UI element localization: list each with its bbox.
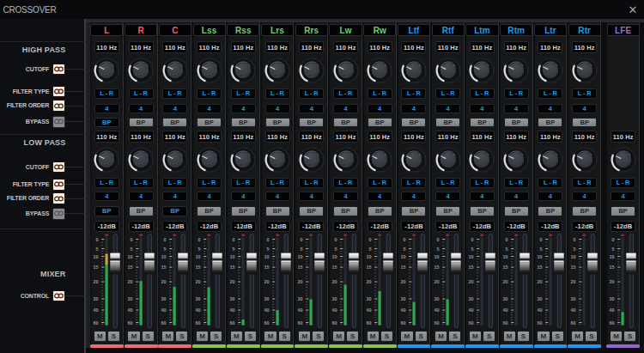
- svg-text:15: 15: [229, 265, 234, 270]
- svg-text:15: 15: [161, 265, 167, 270]
- svg-text:0: 0: [164, 237, 167, 242]
- svg-text:30: 30: [161, 296, 167, 301]
- svg-text:20: 20: [610, 279, 615, 284]
- svg-text:40: 40: [610, 307, 615, 313]
- svg-text:60: 60: [332, 320, 337, 326]
- svg-text:20: 20: [127, 279, 132, 284]
- svg-text:20: 20: [434, 279, 440, 284]
- svg-text:20: 20: [400, 279, 405, 284]
- svg-text:5: 5: [95, 246, 98, 252]
- svg-text:10: 10: [434, 254, 440, 259]
- svg-text:15: 15: [502, 265, 507, 270]
- svg-text:30: 30: [502, 296, 507, 301]
- svg-text:15: 15: [434, 265, 440, 270]
- svg-text:40: 40: [127, 307, 132, 313]
- svg-text:60: 60: [196, 320, 201, 326]
- svg-text:15: 15: [264, 265, 269, 270]
- svg-text:30: 30: [93, 296, 98, 301]
- svg-text:30: 30: [537, 296, 542, 301]
- svg-text:0: 0: [198, 237, 201, 242]
- svg-text:0: 0: [301, 237, 303, 242]
- svg-text:15: 15: [469, 265, 474, 270]
- svg-text:5: 5: [505, 246, 507, 252]
- svg-text:15: 15: [127, 265, 132, 270]
- svg-text:10: 10: [366, 254, 371, 259]
- svg-text:60: 60: [469, 320, 474, 326]
- svg-text:20: 20: [469, 279, 474, 284]
- svg-text:10: 10: [332, 254, 337, 259]
- svg-text:30: 30: [610, 296, 615, 301]
- svg-text:60: 60: [366, 320, 371, 326]
- svg-text:30: 30: [366, 296, 371, 301]
- svg-text:5: 5: [130, 246, 132, 252]
- svg-text:5: 5: [574, 246, 576, 252]
- svg-text:10: 10: [469, 254, 474, 259]
- svg-text:40: 40: [469, 307, 474, 313]
- svg-text:60: 60: [537, 320, 542, 326]
- svg-text:10: 10: [196, 254, 201, 259]
- svg-text:30: 30: [434, 296, 440, 301]
- svg-text:60: 60: [93, 320, 98, 326]
- svg-text:40: 40: [298, 307, 303, 313]
- svg-text:40: 40: [537, 307, 542, 313]
- svg-text:10: 10: [127, 254, 132, 259]
- svg-text:0: 0: [130, 237, 132, 242]
- svg-text:30: 30: [571, 296, 576, 301]
- svg-text:5: 5: [403, 246, 405, 252]
- svg-text:40: 40: [400, 307, 405, 313]
- svg-text:20: 20: [366, 279, 371, 284]
- svg-text:60: 60: [229, 320, 234, 326]
- svg-text:15: 15: [196, 265, 201, 270]
- svg-text:0: 0: [335, 237, 337, 242]
- svg-text:5: 5: [335, 246, 337, 252]
- svg-text:10: 10: [264, 254, 269, 259]
- svg-text:15: 15: [400, 265, 405, 270]
- svg-text:40: 40: [93, 307, 98, 313]
- svg-text:0: 0: [95, 237, 98, 242]
- svg-text:60: 60: [264, 320, 269, 326]
- svg-text:40: 40: [196, 307, 201, 313]
- svg-text:0: 0: [266, 237, 269, 242]
- svg-text:10: 10: [161, 254, 167, 259]
- svg-text:60: 60: [400, 320, 405, 326]
- svg-text:60: 60: [127, 320, 132, 326]
- svg-text:0: 0: [574, 237, 576, 242]
- svg-text:0: 0: [539, 237, 542, 242]
- svg-text:5: 5: [368, 246, 371, 252]
- svg-text:0: 0: [437, 237, 440, 242]
- svg-text:5: 5: [301, 246, 303, 252]
- svg-text:15: 15: [537, 265, 542, 270]
- svg-text:60: 60: [161, 320, 167, 326]
- svg-text:40: 40: [332, 307, 337, 313]
- svg-text:40: 40: [229, 307, 234, 313]
- svg-text:0: 0: [612, 237, 615, 242]
- svg-text:20: 20: [93, 279, 98, 284]
- svg-text:15: 15: [571, 265, 576, 270]
- svg-text:30: 30: [264, 296, 269, 301]
- svg-text:20: 20: [196, 279, 201, 284]
- svg-text:5: 5: [164, 246, 167, 252]
- svg-text:10: 10: [93, 254, 98, 259]
- svg-text:10: 10: [537, 254, 542, 259]
- svg-text:5: 5: [437, 246, 440, 252]
- svg-text:40: 40: [264, 307, 269, 313]
- svg-text:5: 5: [266, 246, 269, 252]
- svg-text:30: 30: [332, 296, 337, 301]
- svg-text:5: 5: [612, 246, 615, 252]
- svg-text:60: 60: [298, 320, 303, 326]
- svg-text:20: 20: [161, 279, 167, 284]
- svg-text:30: 30: [229, 296, 234, 301]
- svg-text:30: 30: [469, 296, 474, 301]
- svg-text:0: 0: [368, 237, 371, 242]
- svg-text:5: 5: [539, 246, 542, 252]
- svg-text:15: 15: [366, 265, 371, 270]
- svg-text:60: 60: [434, 320, 440, 326]
- svg-text:60: 60: [610, 320, 615, 326]
- svg-text:5: 5: [471, 246, 474, 252]
- svg-text:20: 20: [537, 279, 542, 284]
- svg-text:0: 0: [232, 237, 234, 242]
- svg-text:15: 15: [610, 265, 615, 270]
- svg-text:5: 5: [198, 246, 201, 252]
- svg-text:60: 60: [571, 320, 576, 326]
- svg-text:20: 20: [332, 279, 337, 284]
